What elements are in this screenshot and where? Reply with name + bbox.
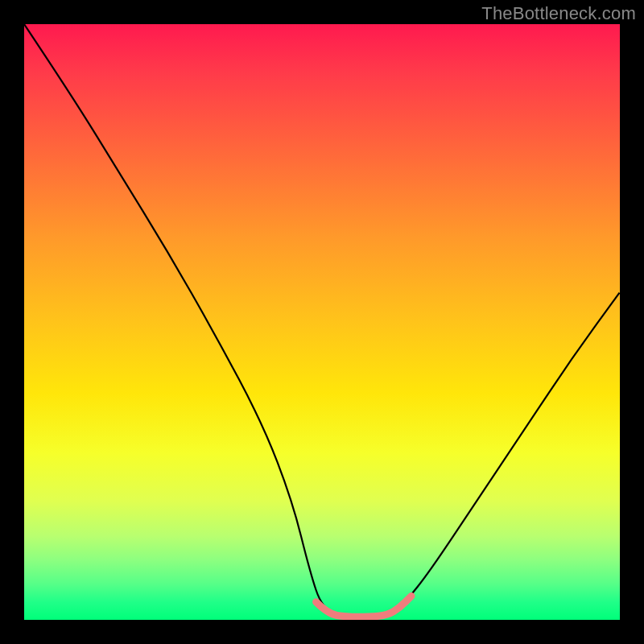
bottleneck-curve [24,24,620,620]
watermark-label: TheBottleneck.com [481,3,636,24]
bottleneck-curve-path [24,24,620,620]
plot-area [24,24,620,620]
optimal-zone-marker-path [316,596,411,617]
chart-frame: TheBottleneck.com [0,0,644,644]
curve-layer [24,24,620,620]
optimal-zone-marker [316,596,411,617]
